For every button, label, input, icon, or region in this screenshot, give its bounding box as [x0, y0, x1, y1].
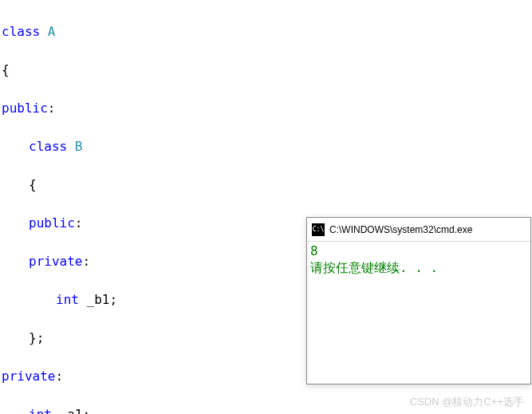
console-title: C:\WINDOWS\system32\cmd.exe: [329, 224, 472, 235]
cmd-icon: C:\: [312, 223, 325, 236]
member-b1: _b1;: [79, 292, 117, 307]
type-a: A: [40, 24, 55, 39]
code-line: {: [0, 175, 532, 195]
keyword-class: class: [29, 139, 67, 154]
console-output: 8 请按任意键继续. . .: [307, 242, 530, 278]
colon: :: [75, 215, 83, 231]
code-line: public:: [0, 99, 532, 118]
keyword-int: int: [29, 407, 52, 414]
keyword-int: int: [56, 292, 79, 307]
keyword-private: private: [2, 369, 55, 384]
code-line: class B: [0, 137, 532, 156]
console-titlebar[interactable]: C:\ C:\WINDOWS\system32\cmd.exe: [307, 218, 530, 242]
code-line: class A: [0, 22, 532, 41]
keyword-public: public: [2, 101, 48, 116]
keyword-private: private: [29, 254, 82, 269]
colon: :: [82, 254, 90, 269]
console-window[interactable]: C:\ C:\WINDOWS\system32\cmd.exe 8 请按任意键继…: [306, 217, 531, 384]
output-prompt: 请按任意键继续. . .: [310, 260, 527, 277]
output-value: 8: [310, 243, 527, 260]
member-a1: _a1;: [52, 407, 90, 414]
watermark: CSDN @核动力C++选手: [410, 395, 524, 409]
type-b: B: [67, 139, 82, 154]
colon: :: [48, 101, 56, 116]
keyword-class: class: [2, 24, 40, 39]
colon: :: [55, 369, 63, 384]
keyword-public: public: [29, 215, 75, 231]
code-line: {: [0, 61, 532, 80]
